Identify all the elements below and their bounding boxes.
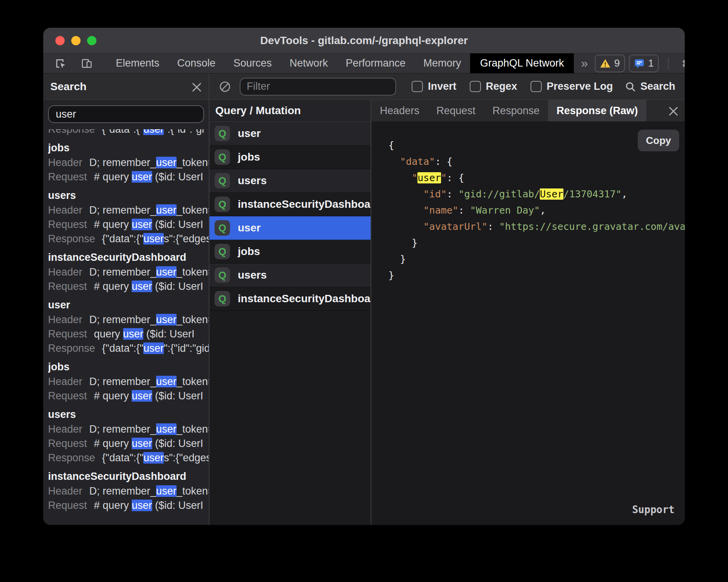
search-match-highlight: user bbox=[132, 281, 152, 292]
inspect-element-icon[interactable] bbox=[51, 57, 70, 70]
raw-response-viewer[interactable]: { "data": { "user": { "id": "gid://gitla… bbox=[371, 122, 685, 525]
search-result-group[interactable]: users bbox=[48, 188, 209, 203]
search-result-group[interactable]: instanceSecurityDashboard bbox=[48, 469, 209, 484]
search-result-group[interactable]: users bbox=[48, 407, 209, 422]
toolbar-tab-console[interactable]: Console bbox=[168, 53, 225, 73]
search-match-highlight: user bbox=[156, 423, 177, 435]
search-result-row[interactable]: Request# query user ($id: UserI bbox=[48, 170, 209, 184]
search-match-highlight: user bbox=[156, 266, 177, 278]
search-match-highlight: user bbox=[156, 204, 177, 216]
search-match-highlight: user bbox=[143, 452, 164, 464]
messages-badge[interactable]: 1 bbox=[629, 55, 659, 72]
chat-bubble-icon bbox=[634, 58, 645, 69]
json-line: "avatarUrl": "https://secure.gravatar.co… bbox=[388, 219, 685, 235]
query-mutation-header: Query / Mutation bbox=[215, 104, 301, 117]
search-result-label: Request bbox=[48, 500, 87, 511]
toolbar-tab-elements[interactable]: Elements bbox=[107, 53, 168, 73]
search-result-row[interactable]: HeaderD; remember_user_token=e bbox=[48, 156, 209, 170]
warning-icon bbox=[600, 58, 611, 69]
search-result-row[interactable]: HeaderD; remember_user_token=e bbox=[48, 265, 209, 279]
support-link[interactable]: Support bbox=[632, 502, 675, 518]
checkbox-regex[interactable]: Regex bbox=[470, 80, 517, 92]
search-result-row[interactable]: Request# query user ($id: UserI bbox=[48, 279, 209, 294]
search-result-row[interactable]: Request# query user ($id: UserI bbox=[48, 389, 209, 403]
toolbar-separator bbox=[668, 58, 669, 69]
copy-button[interactable]: Copy bbox=[638, 130, 679, 151]
search-result-group[interactable]: jobs bbox=[48, 140, 209, 156]
window-controls bbox=[55, 36, 96, 45]
query-badge-icon: Q bbox=[215, 220, 230, 236]
query-badge-icon: Q bbox=[215, 291, 230, 306]
toolbar-tab-graphql-network[interactable]: GraphQL Network bbox=[470, 53, 574, 73]
search-result-group[interactable]: user bbox=[48, 298, 209, 313]
device-toolbar-icon[interactable] bbox=[77, 57, 96, 70]
details-tab-response-raw[interactable]: Response (Raw) bbox=[548, 100, 646, 122]
search-result-row[interactable]: HeaderD; remember_user_token=e bbox=[48, 203, 209, 217]
search-result-row[interactable]: Request# query user ($id: UserI bbox=[48, 217, 209, 232]
json-content: { "data": { "user": { "id": "gid://gitla… bbox=[388, 137, 685, 284]
search-result-row[interactable]: Request# query user ($id: UserI bbox=[48, 436, 209, 451]
close-details-icon[interactable] bbox=[668, 106, 678, 116]
more-tabs-icon[interactable]: » bbox=[574, 53, 595, 73]
search-result-label: Header bbox=[48, 157, 82, 168]
json-line: } bbox=[388, 235, 685, 251]
search-result-row[interactable]: HeaderD; remember_user_token=e bbox=[48, 375, 209, 389]
search-match-highlight: user bbox=[132, 390, 152, 402]
search-result-label: Request bbox=[48, 328, 87, 340]
details-tab-bar: HeadersRequestResponseResponse (Raw) bbox=[371, 100, 685, 122]
query-list-item[interactable]: Quser bbox=[209, 122, 371, 146]
query-list[interactable]: QuserQjobsQusersQinstanceSecurityDashboa… bbox=[209, 122, 371, 525]
search-result-row[interactable]: Response{"data":{"users":{"edges bbox=[48, 451, 209, 465]
json-line: "id": "gid://gitlab/User/13704317", bbox=[388, 186, 685, 202]
search-match-highlight: user bbox=[132, 219, 152, 230]
devtools-window: DevTools - gitlab.com/-/graphql-explorer… bbox=[43, 28, 685, 525]
details-tab-request[interactable]: Request bbox=[428, 100, 484, 122]
search-panel-title: Search bbox=[50, 80, 86, 93]
checkbox-label: Invert bbox=[428, 80, 457, 92]
search-result-group[interactable]: jobs bbox=[48, 359, 209, 375]
search-match-highlight: user bbox=[156, 314, 177, 325]
close-window-button[interactable] bbox=[55, 36, 65, 45]
search-results-list[interactable]: Response{"data":{"user":{"id":"gijobsHea… bbox=[43, 129, 209, 525]
query-list-item[interactable]: Qusers bbox=[209, 264, 371, 287]
search-result-row[interactable]: HeaderD; remember_user_token=e bbox=[48, 313, 209, 327]
search-result-label: Header bbox=[48, 204, 82, 216]
toolbar-tab-performance[interactable]: Performance bbox=[337, 53, 415, 73]
search-result-row[interactable]: Requestquery user ($id: UserI bbox=[48, 327, 209, 341]
checkbox-invert[interactable]: Invert bbox=[412, 80, 457, 92]
toolbar-tab-memory[interactable]: Memory bbox=[414, 53, 470, 73]
search-result-group[interactable]: instanceSecurityDashboard bbox=[48, 250, 209, 265]
query-list-item[interactable]: Quser bbox=[209, 216, 371, 240]
query-list-item[interactable]: QinstanceSecurityDashboard bbox=[209, 287, 371, 311]
details-tab-headers[interactable]: Headers bbox=[371, 100, 428, 122]
json-line: "user": { bbox=[388, 170, 685, 186]
details-tab-response[interactable]: Response bbox=[484, 100, 548, 122]
warnings-badge[interactable]: 9 bbox=[595, 55, 625, 72]
search-result-row[interactable]: HeaderD; remember_user_token=e bbox=[48, 422, 209, 436]
search-result-row[interactable]: Response{"data":{"user":{"id":"gi bbox=[48, 129, 209, 137]
query-badge-icon: Q bbox=[215, 244, 230, 259]
network-search-control[interactable]: Search bbox=[625, 80, 675, 92]
search-result-row[interactable]: Request# query user ($id: UserI bbox=[48, 498, 209, 513]
filter-input[interactable] bbox=[240, 78, 396, 96]
close-search-icon[interactable] bbox=[192, 82, 202, 92]
settings-gear-icon[interactable] bbox=[678, 57, 685, 70]
checkbox-preserve-log[interactable]: Preserve Log bbox=[531, 80, 613, 92]
minimize-window-button[interactable] bbox=[71, 36, 81, 45]
json-line: "name": "Warren Day", bbox=[388, 202, 685, 219]
query-list-item[interactable]: Qjobs bbox=[209, 240, 371, 264]
search-result-row[interactable]: Response{"data":{"user":{"id":"gid bbox=[48, 341, 209, 356]
zoom-window-button[interactable] bbox=[87, 36, 96, 45]
search-result-row[interactable]: Response{"data":{"users":{"edges bbox=[48, 232, 209, 246]
search-result-row[interactable]: HeaderD; remember_user_token=e bbox=[48, 484, 209, 498]
query-list-item[interactable]: QinstanceSecurityDashboard bbox=[209, 193, 371, 216]
query-list-item[interactable]: Qusers bbox=[209, 169, 371, 193]
query-list-item[interactable]: Qjobs bbox=[209, 146, 371, 169]
toolbar-tab-network[interactable]: Network bbox=[281, 53, 337, 73]
search-match-highlight: user bbox=[132, 171, 152, 183]
search-result-label: Header bbox=[48, 376, 82, 387]
query-item-label: user bbox=[238, 127, 261, 140]
clear-filter-icon[interactable] bbox=[216, 80, 234, 93]
search-input[interactable] bbox=[48, 105, 204, 123]
toolbar-tab-sources[interactable]: Sources bbox=[225, 53, 281, 73]
